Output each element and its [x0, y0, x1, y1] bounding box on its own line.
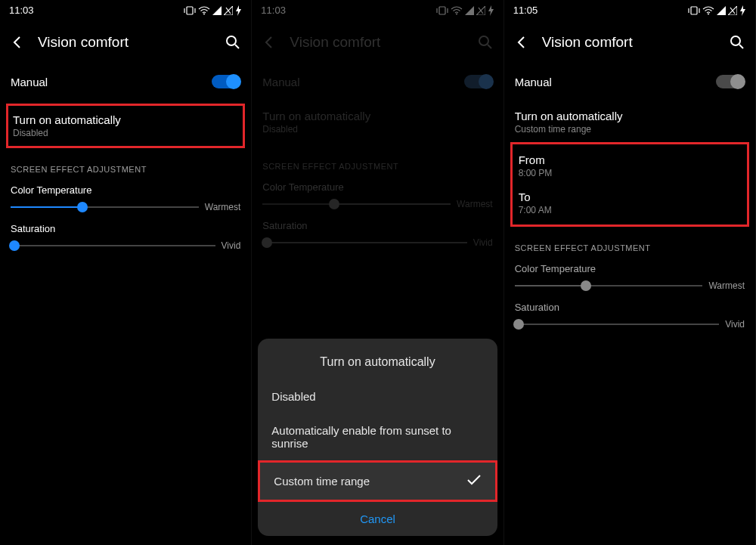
app-bar: Vision comfort	[504, 20, 755, 64]
vibrate-icon	[688, 6, 700, 15]
opt-label: Automatically enable from sunset to sunr…	[271, 424, 468, 450]
manual-label: Manual	[11, 76, 212, 88]
saturation-slider[interactable]	[515, 324, 720, 325]
signal-icon	[212, 6, 222, 15]
back-icon[interactable]	[11, 36, 24, 49]
section-header: SCREEN EFFECT ADJUSTMENT	[11, 165, 240, 174]
auto-value: Disabled	[13, 128, 238, 138]
signal-icon	[717, 6, 726, 15]
saturation-slider[interactable]	[11, 245, 215, 246]
opt-label: Custom time range	[274, 475, 370, 488]
screenshot-panel-1: 11:03 Vision comfort Manual Turn on auto…	[0, 0, 252, 545]
wifi-icon	[198, 6, 210, 15]
svg-point-17	[708, 13, 709, 14]
manual-row[interactable]: Manual	[515, 64, 745, 99]
manual-toggle[interactable]	[716, 75, 745, 88]
color-temp-end: Warmest	[708, 280, 745, 291]
svg-rect-14	[691, 7, 697, 14]
color-temp-row: Color Temperature Warmest	[11, 184, 240, 212]
signal-icon-2	[224, 6, 233, 15]
status-time: 11:05	[513, 5, 538, 16]
color-temp-row: Color Temperature Warmest	[515, 263, 745, 291]
color-temp-end: Warmest	[205, 202, 241, 212]
wifi-icon	[702, 6, 714, 15]
color-temp-slider[interactable]	[515, 285, 703, 286]
from-row[interactable]: From 8:00 PM	[517, 147, 742, 184]
saturation-row: Saturation Vivid	[11, 223, 240, 251]
section-header: SCREEN EFFECT ADJUSTMENT	[515, 243, 745, 252]
svg-line-6	[235, 45, 239, 48]
dialog-option-disabled[interactable]: Disabled	[258, 379, 497, 413]
auto-dialog: Turn on automatically Disabled Automatic…	[258, 339, 497, 536]
dialog-title: Turn on automatically	[258, 339, 497, 379]
page-title: Vision comfort	[542, 34, 716, 51]
status-bar: 11:03	[0, 0, 251, 20]
auto-row[interactable]: Turn on automatically Disabled	[13, 109, 238, 143]
opt-label: Disabled	[271, 390, 315, 403]
saturation-row: Saturation Vivid	[515, 302, 745, 330]
bolt-icon	[235, 5, 242, 16]
status-time: 11:03	[9, 5, 34, 16]
saturation-label: Saturation	[11, 223, 240, 234]
color-temp-slider[interactable]	[11, 206, 199, 208]
svg-point-19	[731, 36, 740, 45]
dialog-option-custom[interactable]: Custom time range	[260, 463, 494, 500]
status-icons	[184, 5, 242, 16]
highlight-auto: Turn on automatically Disabled	[6, 104, 245, 148]
page-title: Vision comfort	[38, 34, 212, 51]
highlight-time-range: From 8:00 PM To 7:00 AM	[510, 142, 749, 227]
auto-row[interactable]: Turn on automatically Custom time range	[515, 99, 745, 138]
to-value: 7:00 AM	[519, 205, 741, 215]
screenshot-panel-2: 11:03 Vision comfort Manual Turn on auto…	[252, 0, 503, 545]
bolt-icon	[739, 5, 746, 16]
highlight-custom-option: Custom time range	[258, 460, 497, 502]
saturation-end: Vivid	[222, 240, 241, 251]
app-bar: Vision comfort	[0, 20, 251, 64]
svg-point-3	[203, 13, 205, 14]
auto-label: Turn on automatically	[515, 110, 745, 122]
to-label: To	[519, 190, 741, 203]
color-temp-label: Color Temperature	[11, 184, 240, 196]
auto-label: Turn on automatically	[13, 113, 238, 126]
svg-point-5	[227, 36, 236, 45]
signal-icon-2	[728, 6, 737, 15]
manual-row[interactable]: Manual	[11, 64, 240, 99]
auto-value: Custom time range	[515, 124, 745, 135]
search-icon[interactable]	[225, 35, 240, 50]
saturation-end: Vivid	[725, 319, 745, 330]
manual-toggle[interactable]	[212, 75, 240, 88]
screenshot-panel-3: 11:05 Vision comfort Manual Turn on auto…	[504, 0, 756, 545]
manual-label: Manual	[515, 76, 716, 88]
color-temp-label: Color Temperature	[515, 263, 745, 274]
back-icon[interactable]	[515, 36, 528, 49]
status-icons	[688, 5, 746, 16]
vibrate-icon	[184, 6, 196, 15]
dialog-cancel-button[interactable]: Cancel	[258, 502, 497, 536]
svg-rect-0	[187, 7, 193, 14]
check-icon	[466, 475, 482, 488]
svg-line-20	[739, 45, 743, 48]
saturation-label: Saturation	[515, 302, 745, 313]
status-bar: 11:05	[504, 0, 755, 20]
to-row[interactable]: To 7:00 AM	[517, 184, 742, 221]
from-label: From	[519, 153, 741, 166]
dialog-option-sunset[interactable]: Automatically enable from sunset to sunr…	[258, 413, 497, 460]
from-value: 8:00 PM	[519, 168, 741, 178]
search-icon[interactable]	[730, 35, 745, 50]
